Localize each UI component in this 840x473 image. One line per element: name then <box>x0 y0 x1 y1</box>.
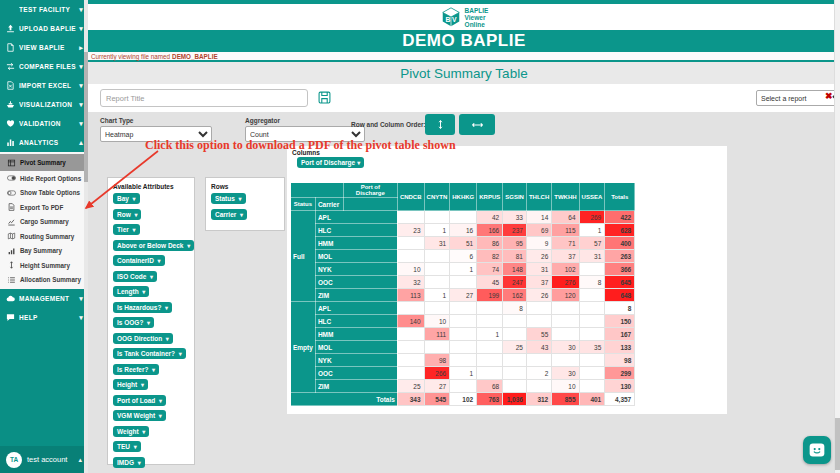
attribute-chip-iso-code[interactable]: ISO Code ▾ <box>113 271 157 282</box>
cube-logo-icon: B V <box>440 6 462 28</box>
carrier-cell-hlc: HLC <box>315 224 397 237</box>
toggle-on-icon <box>7 174 16 182</box>
table-row: HMM3151869597157400 <box>291 237 635 250</box>
attribute-chip-is-reefer[interactable]: Is Reefer? ▾ <box>113 364 159 375</box>
value-cell-mol-twkhh: 30 <box>552 341 579 354</box>
value-cell-hmm-cnytn: 31 <box>424 237 450 250</box>
submenu-item-cargo-summary[interactable]: Cargo Summary <box>0 215 88 230</box>
attribute-chip-carrier[interactable]: Carrier ▾ <box>211 209 247 220</box>
sidebar-item-upload-baplie[interactable]: UPLOAD BAPLIE▾ <box>0 19 88 38</box>
attribute-chip-imdg[interactable]: IMDG ▾ <box>113 457 145 468</box>
main-area: B V BAPLIE Viewer Online DEMO BAPLIE Cur… <box>88 0 840 473</box>
attribute-chip-row[interactable]: Row ▾ <box>113 209 141 220</box>
submenu-item-show-table-options[interactable]: Show Table Options <box>0 186 88 201</box>
attribute-chip-length[interactable]: Length ▾ <box>113 286 149 297</box>
value-cell-mol-thlch: 26 <box>526 250 551 263</box>
value-cell-hlc-hkhkg: 16 <box>450 224 477 237</box>
value-cell-zim-thlch: 26 <box>526 289 551 302</box>
value-cell-apl-hkhkg <box>450 211 477 224</box>
submenu-item-label: Hide Report Options <box>20 175 81 182</box>
sidebar-item-test-facility[interactable]: TEST FACILITY▾ <box>0 0 88 19</box>
attribute-chip-is-hazardous[interactable]: Is Hazardous? ▾ <box>113 302 172 313</box>
value-cell-mol-ussea: 35 <box>579 341 605 354</box>
value-cell-hmm-krpus: 1 <box>477 328 503 341</box>
attribute-chip-above-or-below-deck[interactable]: Above or Below Deck ▾ <box>113 240 194 251</box>
caret-down-icon: ▾ <box>163 305 168 311</box>
submenu-item-bay-summary[interactable]: Bay Summary <box>0 244 88 259</box>
sidebar-item-compare-files[interactable]: COMPARE FILES▾ <box>0 57 88 76</box>
columns-chip-port-of-discharge[interactable]: Port of Discharge ▾ <box>297 157 364 168</box>
analytics-submenu: Pivot SummaryHide Report OptionsShow Tab… <box>0 152 88 289</box>
chat-widget-button[interactable] <box>803 436 831 464</box>
value-cell-nyk-sgsin: 148 <box>503 263 527 276</box>
attribute-chip-bay[interactable]: Bay ▾ <box>113 193 140 204</box>
submenu-item-label: Export To PDF <box>20 204 63 211</box>
sidebar-item-management[interactable]: MANAGEMENT▾ <box>0 289 88 308</box>
submenu-item-label: Allocation Summary <box>20 276 81 283</box>
carrier-cell-zim: ZIM <box>315 380 397 393</box>
attribute-chip-oog-direction[interactable]: OOG Direction ▾ <box>113 333 173 344</box>
sidebar-item-visualization[interactable]: VISUALIZATION▾ <box>0 95 88 114</box>
list-icon <box>7 276 16 284</box>
value-cell-apl-krpus: 42 <box>477 211 503 224</box>
app-logo: B V BAPLIE Viewer Online <box>440 6 489 28</box>
sidebar-item-analytics[interactable]: ANALYTICS▴ <box>0 133 88 152</box>
rows-panel: Rows Status ▾Carrier ▾ <box>205 177 285 231</box>
status-cell-empty: Empty <box>291 302 316 393</box>
attribute-chip-containerid[interactable]: ContainerID ▾ <box>113 255 165 266</box>
chip-label: Is Tank Container? <box>117 350 175 357</box>
table-row: NYK1017414831102366 <box>291 263 635 276</box>
page-scrollbar[interactable] <box>834 0 840 473</box>
value-cell-hlc-cndcb: 23 <box>397 224 424 237</box>
attribute-chip-height[interactable]: Height ▾ <box>113 379 148 390</box>
submenu-item-hide-report-options[interactable]: Hide Report Options <box>0 171 88 186</box>
row-total-hlc: 150 <box>605 315 635 328</box>
blank-icon <box>6 5 15 14</box>
value-cell-ooc-twkhh: 30 <box>552 367 579 380</box>
caret-right-icon: ▸ <box>79 44 83 52</box>
totals-row-label: Totals <box>291 393 398 406</box>
value-cell-nyk-twkhh <box>552 354 579 367</box>
col-total-thlch: 312 <box>526 393 551 406</box>
submenu-item-height-summary[interactable]: Height Summary <box>0 258 88 273</box>
attribute-chip-is-tank-container[interactable]: Is Tank Container? ▾ <box>113 348 186 359</box>
horizontal-order-icon[interactable] <box>459 114 495 135</box>
sidebar-item-help[interactable]: HELP▾ <box>0 308 88 327</box>
sidebar-item-validation[interactable]: VALIDATION▾ <box>0 114 88 133</box>
height-arrow-icon <box>7 261 16 269</box>
sidebar-item-import-excel[interactable]: IMPORT EXCEL▾ <box>0 76 88 95</box>
vertical-order-icon[interactable] <box>425 114 455 135</box>
sidebar-item-label: VIEW BAPLIE <box>19 44 77 51</box>
sidebar-scrollbar-thumb[interactable] <box>84 52 88 182</box>
value-cell-ooc-ussea <box>579 367 605 380</box>
attribute-chip-port-of-load[interactable]: Port of Load ▾ <box>113 395 166 406</box>
close-icon[interactable]: ✖ <box>825 91 833 101</box>
attribute-chip-teu[interactable]: TEU ▾ <box>113 441 141 452</box>
attribute-chip-weight[interactable]: Weight ▾ <box>113 426 149 437</box>
submenu-item-export-to-pdf[interactable]: Export To PDF <box>0 200 88 215</box>
sidebar-scrollbar[interactable] <box>84 0 88 473</box>
column-header-krpus: KRPUS <box>477 183 503 211</box>
save-icon[interactable] <box>318 91 331 104</box>
value-cell-apl-krpus <box>477 302 503 315</box>
page-scrollbar-thumb[interactable] <box>835 418 840 470</box>
report-title-input[interactable] <box>100 89 308 107</box>
carrier-cell-hmm: HMM <box>315 237 397 250</box>
submenu-item-pivot-summary[interactable]: Pivot Summary <box>0 154 88 171</box>
chip-label: Is Reefer? <box>117 366 148 373</box>
sidebar-item-view-baplie[interactable]: VIEW BAPLIE▸ <box>0 38 88 57</box>
value-cell-ooc-cndcb <box>397 367 424 380</box>
account-menu[interactable]: TA test account ▴ <box>0 446 88 473</box>
submenu-item-routing-summary[interactable]: Routing Summary <box>0 229 88 244</box>
submenu-item-allocation-summary[interactable]: Allocation Summary <box>0 273 88 288</box>
table-row: MOL68281263731263 <box>291 250 635 263</box>
attribute-chip-vgm-weight[interactable]: VGM Weight ▾ <box>113 410 166 421</box>
attribute-chip-tier[interactable]: Tier ▾ <box>113 224 140 235</box>
caret-down-icon: ▾ <box>157 413 162 419</box>
chip-label: Height <box>117 381 137 388</box>
attribute-chip-status[interactable]: Status ▾ <box>211 193 246 204</box>
value-cell-zim-krpus: 68 <box>477 380 503 393</box>
row-dim-status-header: Status <box>291 198 316 211</box>
value-cell-zim-ussea <box>579 380 605 393</box>
attribute-chip-is-oog[interactable]: Is OOG? ▾ <box>113 317 154 328</box>
